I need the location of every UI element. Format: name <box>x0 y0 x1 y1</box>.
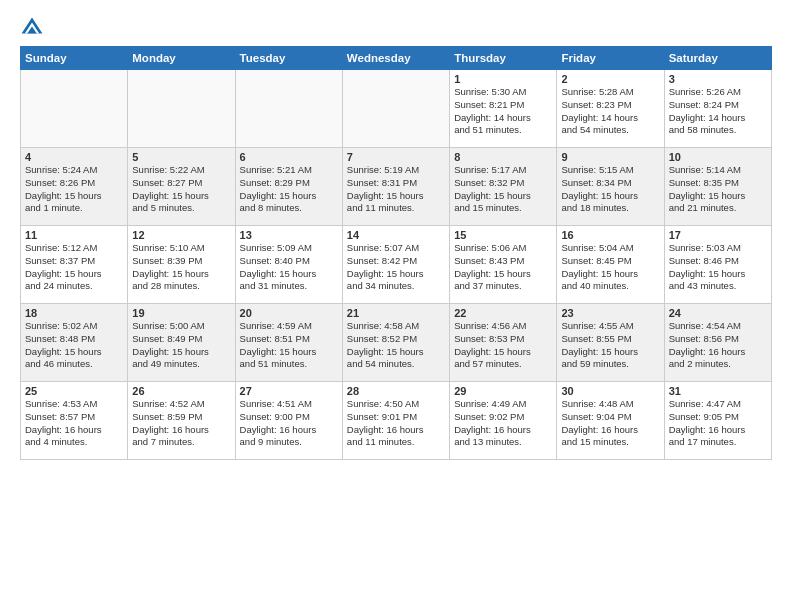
day-cell: 30Sunrise: 4:48 AMSunset: 9:04 PMDayligh… <box>557 382 664 460</box>
day-info: and 37 minutes. <box>454 280 552 293</box>
day-info: and 51 minutes. <box>240 358 338 371</box>
day-info: Sunset: 8:23 PM <box>561 99 659 112</box>
day-info: Sunrise: 4:54 AM <box>669 320 767 333</box>
day-info: Sunrise: 5:10 AM <box>132 242 230 255</box>
day-info: and 34 minutes. <box>347 280 445 293</box>
day-info: Sunset: 9:05 PM <box>669 411 767 424</box>
day-info: Daylight: 15 hours <box>454 346 552 359</box>
day-info: Sunset: 9:02 PM <box>454 411 552 424</box>
day-info: Sunrise: 5:15 AM <box>561 164 659 177</box>
day-info: Daylight: 16 hours <box>240 424 338 437</box>
day-info: Sunrise: 4:53 AM <box>25 398 123 411</box>
day-info: Sunrise: 4:51 AM <box>240 398 338 411</box>
day-info: Sunset: 8:31 PM <box>347 177 445 190</box>
day-info: and 2 minutes. <box>669 358 767 371</box>
logo-icon <box>20 16 44 40</box>
day-info: and 59 minutes. <box>561 358 659 371</box>
day-info: Sunset: 8:55 PM <box>561 333 659 346</box>
day-number: 21 <box>347 307 445 319</box>
calendar: SundayMondayTuesdayWednesdayThursdayFrid… <box>20 46 772 460</box>
col-header-monday: Monday <box>128 47 235 70</box>
day-info: Sunset: 8:42 PM <box>347 255 445 268</box>
day-info: and 1 minute. <box>25 202 123 215</box>
day-cell: 29Sunrise: 4:49 AMSunset: 9:02 PMDayligh… <box>450 382 557 460</box>
week-row-2: 4Sunrise: 5:24 AMSunset: 8:26 PMDaylight… <box>21 148 772 226</box>
day-info: Sunrise: 5:07 AM <box>347 242 445 255</box>
day-info: Sunrise: 4:56 AM <box>454 320 552 333</box>
day-info: Sunrise: 5:03 AM <box>669 242 767 255</box>
header-row: SundayMondayTuesdayWednesdayThursdayFrid… <box>21 47 772 70</box>
day-info: and 43 minutes. <box>669 280 767 293</box>
day-number: 4 <box>25 151 123 163</box>
day-cell: 14Sunrise: 5:07 AMSunset: 8:42 PMDayligh… <box>342 226 449 304</box>
day-info: Sunset: 9:00 PM <box>240 411 338 424</box>
day-cell: 2Sunrise: 5:28 AMSunset: 8:23 PMDaylight… <box>557 70 664 148</box>
day-info: Sunset: 8:56 PM <box>669 333 767 346</box>
day-number: 2 <box>561 73 659 85</box>
day-info: and 9 minutes. <box>240 436 338 449</box>
day-info: and 8 minutes. <box>240 202 338 215</box>
day-info: and 11 minutes. <box>347 436 445 449</box>
day-info: and 49 minutes. <box>132 358 230 371</box>
day-info: Sunrise: 4:47 AM <box>669 398 767 411</box>
day-cell <box>128 70 235 148</box>
day-number: 23 <box>561 307 659 319</box>
day-cell <box>235 70 342 148</box>
day-info: and 21 minutes. <box>669 202 767 215</box>
day-info: Sunset: 8:40 PM <box>240 255 338 268</box>
day-info: Daylight: 15 hours <box>240 190 338 203</box>
day-info: Daylight: 15 hours <box>347 346 445 359</box>
day-cell: 25Sunrise: 4:53 AMSunset: 8:57 PMDayligh… <box>21 382 128 460</box>
day-info: Sunrise: 5:30 AM <box>454 86 552 99</box>
day-info: Sunset: 8:37 PM <box>25 255 123 268</box>
day-info: Sunset: 8:53 PM <box>454 333 552 346</box>
day-cell: 28Sunrise: 4:50 AMSunset: 9:01 PMDayligh… <box>342 382 449 460</box>
day-info: Sunset: 8:43 PM <box>454 255 552 268</box>
day-info: and 24 minutes. <box>25 280 123 293</box>
day-number: 29 <box>454 385 552 397</box>
day-info: Sunset: 8:32 PM <box>454 177 552 190</box>
day-info: and 5 minutes. <box>132 202 230 215</box>
day-info: and 15 minutes. <box>454 202 552 215</box>
page: SundayMondayTuesdayWednesdayThursdayFrid… <box>0 0 792 612</box>
day-info: Sunset: 9:04 PM <box>561 411 659 424</box>
day-info: Daylight: 15 hours <box>240 346 338 359</box>
day-info: Sunset: 8:26 PM <box>25 177 123 190</box>
day-number: 28 <box>347 385 445 397</box>
day-info: Sunset: 8:57 PM <box>25 411 123 424</box>
day-info: Sunrise: 4:55 AM <box>561 320 659 333</box>
day-info: Sunrise: 5:00 AM <box>132 320 230 333</box>
day-number: 30 <box>561 385 659 397</box>
day-cell: 20Sunrise: 4:59 AMSunset: 8:51 PMDayligh… <box>235 304 342 382</box>
day-cell: 22Sunrise: 4:56 AMSunset: 8:53 PMDayligh… <box>450 304 557 382</box>
day-info: Sunset: 8:52 PM <box>347 333 445 346</box>
day-number: 16 <box>561 229 659 241</box>
day-info: Sunset: 8:59 PM <box>132 411 230 424</box>
day-number: 18 <box>25 307 123 319</box>
day-number: 8 <box>454 151 552 163</box>
day-info: Sunset: 8:29 PM <box>240 177 338 190</box>
day-info: Sunrise: 5:28 AM <box>561 86 659 99</box>
day-cell: 16Sunrise: 5:04 AMSunset: 8:45 PMDayligh… <box>557 226 664 304</box>
day-number: 5 <box>132 151 230 163</box>
day-number: 1 <box>454 73 552 85</box>
day-info: Sunrise: 5:21 AM <box>240 164 338 177</box>
day-cell: 15Sunrise: 5:06 AMSunset: 8:43 PMDayligh… <box>450 226 557 304</box>
day-number: 3 <box>669 73 767 85</box>
day-cell: 27Sunrise: 4:51 AMSunset: 9:00 PMDayligh… <box>235 382 342 460</box>
day-info: Daylight: 15 hours <box>454 190 552 203</box>
day-cell <box>21 70 128 148</box>
day-cell: 13Sunrise: 5:09 AMSunset: 8:40 PMDayligh… <box>235 226 342 304</box>
day-info: Sunset: 8:45 PM <box>561 255 659 268</box>
day-info: Sunset: 8:27 PM <box>132 177 230 190</box>
day-info: and 40 minutes. <box>561 280 659 293</box>
day-info: Daylight: 15 hours <box>240 268 338 281</box>
day-cell: 26Sunrise: 4:52 AMSunset: 8:59 PMDayligh… <box>128 382 235 460</box>
day-info: and 58 minutes. <box>669 124 767 137</box>
day-info: Sunrise: 4:49 AM <box>454 398 552 411</box>
day-info: Daylight: 16 hours <box>347 424 445 437</box>
day-cell: 4Sunrise: 5:24 AMSunset: 8:26 PMDaylight… <box>21 148 128 226</box>
day-cell: 8Sunrise: 5:17 AMSunset: 8:32 PMDaylight… <box>450 148 557 226</box>
day-number: 9 <box>561 151 659 163</box>
day-info: and 28 minutes. <box>132 280 230 293</box>
